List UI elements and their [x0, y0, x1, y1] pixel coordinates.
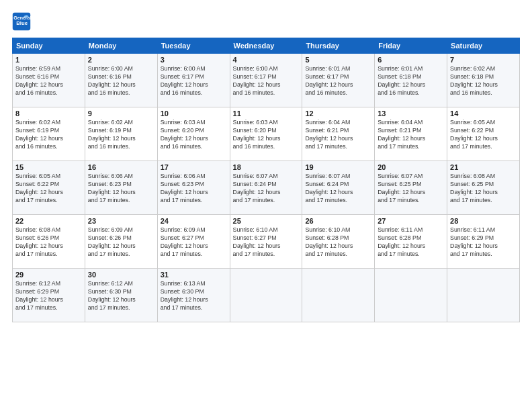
daylight-detail: and 17 minutes.	[305, 197, 347, 203]
daylight-detail: and 17 minutes.	[161, 197, 203, 203]
daylight-label: Daylight: 12 hours	[305, 242, 353, 249]
calendar-header-monday: Monday	[85, 38, 157, 54]
daylight-detail: and 16 minutes.	[161, 89, 203, 96]
sunset-label: Sunset: 6:28 PM	[378, 234, 421, 241]
sunset-label: Sunset: 6:19 PM	[88, 127, 132, 134]
sunset-label: Sunset: 6:24 PM	[305, 181, 349, 187]
daylight-detail: and 17 minutes.	[15, 304, 58, 311]
calendar-header-saturday: Saturday	[447, 38, 520, 54]
day-info: Sunrise: 6:06 AM Sunset: 6:23 PM Dayligh…	[88, 173, 154, 205]
calendar-cell: 13 Sunrise: 6:04 AM Sunset: 6:21 PM Dayl…	[375, 107, 447, 161]
daylight-label: Daylight: 12 hours	[88, 81, 136, 88]
sunrise-label: Sunrise: 6:07 AM	[305, 173, 350, 179]
day-number: 24	[161, 217, 227, 225]
sunrise-label: Sunrise: 6:03 AM	[161, 119, 206, 126]
sunset-label: Sunset: 6:16 PM	[15, 73, 59, 80]
sunrise-label: Sunrise: 6:09 AM	[88, 226, 133, 233]
daylight-label: Daylight: 12 hours	[378, 242, 425, 249]
calendar-cell	[447, 269, 520, 322]
calendar-cell: 6 Sunrise: 6:01 AM Sunset: 6:18 PM Dayli…	[375, 54, 447, 107]
day-info: Sunrise: 6:00 AM Sunset: 6:17 PM Dayligh…	[233, 65, 300, 97]
day-info: Sunrise: 6:04 AM Sunset: 6:21 PM Dayligh…	[305, 119, 371, 151]
calendar-week-row: 15 Sunrise: 6:05 AM Sunset: 6:22 PM Dayl…	[13, 161, 520, 215]
day-info: Sunrise: 6:02 AM Sunset: 6:18 PM Dayligh…	[450, 65, 517, 97]
sunrise-label: Sunrise: 6:08 AM	[450, 173, 495, 179]
day-info: Sunrise: 6:10 AM Sunset: 6:27 PM Dayligh…	[233, 226, 300, 259]
calendar-cell	[230, 269, 302, 322]
day-number: 4	[233, 56, 300, 64]
sunset-label: Sunset: 6:16 PM	[88, 73, 132, 80]
svg-text:Blue: Blue	[16, 20, 28, 26]
day-info: Sunrise: 6:10 AM Sunset: 6:28 PM Dayligh…	[305, 226, 371, 259]
sunset-label: Sunset: 6:27 PM	[161, 234, 204, 241]
sunset-label: Sunset: 6:20 PM	[161, 127, 204, 134]
day-info: Sunrise: 6:08 AM Sunset: 6:26 PM Dayligh…	[15, 226, 82, 259]
daylight-detail: and 16 minutes.	[233, 89, 275, 96]
daylight-label: Daylight: 12 hours	[450, 135, 498, 142]
calendar-cell: 12 Sunrise: 6:04 AM Sunset: 6:21 PM Dayl…	[302, 107, 375, 161]
day-number: 26	[305, 217, 371, 225]
daylight-detail: and 17 minutes.	[305, 250, 347, 257]
sunrise-label: Sunrise: 6:06 AM	[161, 173, 206, 179]
day-info: Sunrise: 6:03 AM Sunset: 6:20 PM Dayligh…	[233, 119, 300, 151]
sunrise-label: Sunrise: 6:05 AM	[15, 173, 60, 179]
day-number: 18	[233, 163, 300, 171]
day-number: 16	[88, 163, 154, 171]
calendar-cell: 1 Sunrise: 6:59 AM Sunset: 6:16 PM Dayli…	[13, 54, 85, 107]
sunrise-label: Sunrise: 6:02 AM	[15, 119, 60, 126]
sunrise-label: Sunrise: 6:00 AM	[233, 65, 278, 72]
sunrise-label: Sunrise: 6:09 AM	[161, 226, 206, 233]
sunrise-label: Sunrise: 6:11 AM	[450, 226, 495, 233]
day-number: 3	[161, 56, 227, 64]
calendar-cell: 4 Sunrise: 6:00 AM Sunset: 6:17 PM Dayli…	[230, 54, 302, 107]
sunset-label: Sunset: 6:28 PM	[305, 234, 349, 241]
sunrise-label: Sunrise: 6:02 AM	[88, 119, 133, 126]
sunrise-label: Sunrise: 6:07 AM	[233, 173, 278, 179]
daylight-detail: and 17 minutes.	[15, 250, 58, 257]
day-number: 10	[161, 109, 227, 118]
daylight-label: Daylight: 12 hours	[378, 135, 425, 142]
sunrise-label: Sunrise: 6:08 AM	[15, 226, 60, 233]
daylight-detail: and 17 minutes.	[450, 143, 492, 150]
day-number: 2	[88, 56, 154, 64]
calendar-week-row: 1 Sunrise: 6:59 AM Sunset: 6:16 PM Dayli…	[13, 54, 520, 107]
sunrise-label: Sunrise: 6:06 AM	[88, 173, 133, 179]
sunrise-label: Sunrise: 6:10 AM	[233, 226, 278, 233]
daylight-label: Daylight: 12 hours	[161, 135, 208, 142]
sunrise-label: Sunrise: 6:04 AM	[305, 119, 350, 126]
sunset-label: Sunset: 6:17 PM	[305, 73, 349, 80]
day-number: 14	[450, 109, 517, 118]
sunset-label: Sunset: 6:26 PM	[15, 234, 59, 241]
day-number: 23	[88, 217, 154, 225]
sunrise-label: Sunrise: 6:01 AM	[305, 65, 350, 72]
sunrise-label: Sunrise: 6:13 AM	[161, 280, 206, 287]
daylight-detail: and 17 minutes.	[161, 304, 203, 311]
calendar-cell: 14 Sunrise: 6:05 AM Sunset: 6:22 PM Dayl…	[447, 107, 520, 161]
daylight-label: Daylight: 12 hours	[233, 135, 281, 142]
day-number: 8	[15, 109, 82, 118]
daylight-detail: and 16 minutes.	[233, 143, 275, 150]
calendar-cell: 2 Sunrise: 6:00 AM Sunset: 6:16 PM Dayli…	[85, 54, 157, 107]
calendar-cell: 11 Sunrise: 6:03 AM Sunset: 6:20 PM Dayl…	[230, 107, 302, 161]
day-number: 5	[305, 56, 371, 64]
day-number: 9	[88, 109, 154, 118]
daylight-detail: and 16 minutes.	[88, 143, 130, 150]
day-info: Sunrise: 6:59 AM Sunset: 6:16 PM Dayligh…	[15, 65, 82, 97]
day-number: 12	[305, 109, 371, 118]
calendar-cell: 24 Sunrise: 6:09 AM Sunset: 6:27 PM Dayl…	[157, 215, 230, 269]
sunrise-label: Sunrise: 6:07 AM	[378, 173, 423, 179]
calendar-cell: 8 Sunrise: 6:02 AM Sunset: 6:19 PM Dayli…	[13, 107, 85, 161]
sunset-label: Sunset: 6:21 PM	[305, 127, 349, 134]
daylight-detail: and 17 minutes.	[88, 250, 130, 257]
calendar-cell: 9 Sunrise: 6:02 AM Sunset: 6:19 PM Dayli…	[85, 107, 157, 161]
calendar-week-row: 22 Sunrise: 6:08 AM Sunset: 6:26 PM Dayl…	[13, 215, 520, 269]
calendar-cell: 15 Sunrise: 6:05 AM Sunset: 6:22 PM Dayl…	[13, 161, 85, 215]
day-number: 19	[305, 163, 371, 171]
calendar-header-tuesday: Tuesday	[157, 38, 230, 54]
logo: General Blue	[12, 12, 34, 31]
daylight-label: Daylight: 12 hours	[161, 81, 208, 88]
calendar-cell: 18 Sunrise: 6:07 AM Sunset: 6:24 PM Dayl…	[230, 161, 302, 215]
day-number: 25	[233, 217, 300, 225]
calendar-cell	[302, 269, 375, 322]
sunrise-label: Sunrise: 6:02 AM	[450, 65, 495, 72]
